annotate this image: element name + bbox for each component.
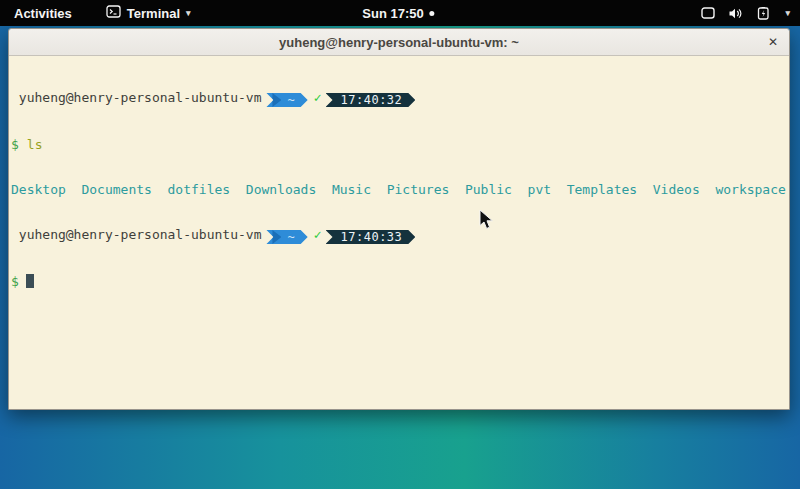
shell-prompt: $: [11, 274, 19, 289]
powerline-time-segment: 17:40:32: [326, 93, 416, 107]
clock-button[interactable]: Sun 17:50: [362, 6, 434, 21]
notification-dot: [430, 11, 435, 16]
terminal-content[interactable]: yuheng@henry-personal-ubuntu-vm~✓17:40:3…: [9, 56, 789, 410]
clock-label: Sun 17:50: [362, 6, 423, 21]
command-line: $ls: [11, 137, 789, 152]
system-status-menu[interactable]: ▾: [701, 7, 790, 20]
text-cursor: [26, 274, 34, 288]
shell-prompt: $: [11, 137, 19, 152]
battery-charging-icon: [756, 7, 772, 20]
activities-button[interactable]: Activities: [10, 4, 76, 23]
desktop: Activities Terminal ▾ Sun 17:50: [0, 0, 800, 489]
powerline-path-segment: ~: [266, 93, 307, 107]
app-menu-button[interactable]: Terminal ▾: [106, 5, 191, 21]
top-bar: Activities Terminal ▾ Sun 17:50: [0, 0, 800, 26]
titlebar[interactable]: yuheng@henry-personal-ubuntu-vm: ~ ✕: [9, 29, 789, 56]
prompt-user-host: yuheng@henry-personal-ubuntu-vm: [11, 227, 261, 242]
powerline-time-segment: 17:40:33: [326, 230, 416, 244]
terminal-app-icon: [106, 5, 121, 21]
ls-output: Desktop Documents dotfiles Downloads Mus…: [11, 182, 789, 197]
powerline-path-segment: ~: [266, 230, 307, 244]
chevron-down-icon: ▾: [785, 8, 790, 18]
command-text: ls: [27, 137, 43, 152]
chevron-down-icon: ▾: [186, 8, 191, 18]
prompt-line: yuheng@henry-personal-ubuntu-vm~✓17:40:3…: [11, 90, 789, 107]
close-button[interactable]: ✕: [768, 36, 778, 48]
input-line: $: [11, 274, 789, 289]
volume-icon: [728, 7, 743, 20]
terminal-window: yuheng@henry-personal-ubuntu-vm: ~ ✕ yuh…: [8, 28, 790, 410]
prompt-user-host: yuheng@henry-personal-ubuntu-vm: [11, 90, 261, 105]
screen-share-icon: [701, 7, 715, 19]
status-check-icon: ✓: [314, 227, 322, 242]
status-check-icon: ✓: [314, 90, 322, 105]
app-menu-label: Terminal: [127, 6, 180, 21]
window-title: yuheng@henry-personal-ubuntu-vm: ~: [279, 35, 519, 50]
prompt-line: yuheng@henry-personal-ubuntu-vm~✓17:40:3…: [11, 227, 789, 244]
